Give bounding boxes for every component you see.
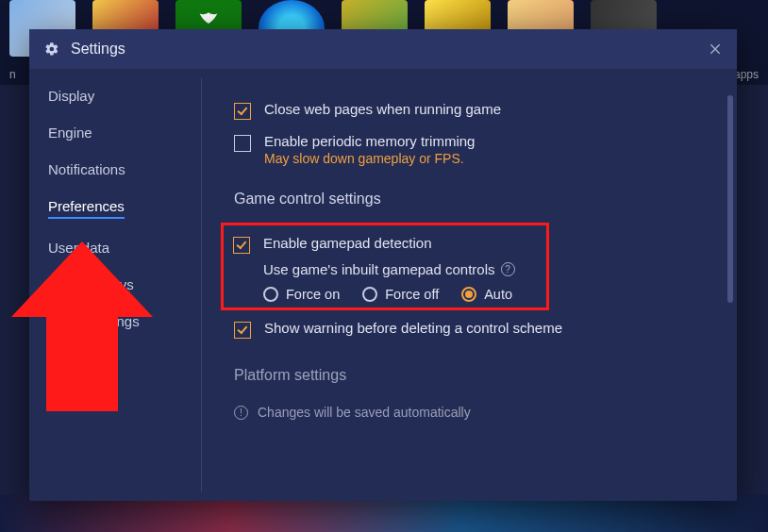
option-label: Show warning before deleting a control s…: [264, 320, 562, 336]
gamepad-radio-group: Force on Force off Auto: [263, 287, 537, 302]
section-platform: Platform settings: [234, 367, 709, 384]
info-icon: !: [234, 406, 248, 420]
option-label: Enable periodic memory trimming: [264, 133, 475, 149]
footer-note: ! Changes will be saved automatically: [234, 405, 709, 420]
option-close-web[interactable]: Close web pages when running game: [234, 101, 709, 120]
gear-icon: [44, 42, 59, 57]
sidebar-item-preferences[interactable]: Preferences: [48, 198, 125, 219]
help-icon[interactable]: ?: [501, 262, 515, 276]
content-panel: Close web pages when running game Enable…: [202, 69, 737, 501]
bg-label: n: [9, 68, 16, 81]
radio-auto[interactable]: Auto: [461, 287, 512, 302]
sidebar-item-user-data[interactable]: User data: [48, 240, 109, 256]
sidebar-item-shortcut-keys[interactable]: Shortcut keys: [48, 276, 134, 292]
settings-modal: Settings Display Engine Notifications Pr…: [29, 29, 737, 501]
sidebar-item-game-settings[interactable]: Game settings: [48, 313, 140, 329]
highlight-box: Enable gamepad detection Use game's inbu…: [221, 223, 549, 310]
checkbox-icon[interactable]: [234, 103, 251, 120]
radio-force-on[interactable]: Force on: [263, 287, 340, 302]
checkbox-icon[interactable]: [234, 322, 251, 339]
close-button[interactable]: [705, 39, 726, 59]
sidebar-item-engine[interactable]: Engine: [48, 125, 92, 141]
scrollbar[interactable]: [727, 95, 733, 303]
sidebar-item-notifications[interactable]: Notifications: [48, 161, 125, 177]
radio-force-off[interactable]: Force off: [362, 287, 439, 302]
modal-title: Settings: [71, 41, 125, 58]
option-gamepad-detection[interactable]: Enable gamepad detection: [233, 235, 537, 254]
bg-label: apps: [734, 68, 759, 81]
checkbox-icon[interactable]: [234, 135, 251, 152]
option-delete-warning[interactable]: Show warning before deleting a control s…: [234, 320, 709, 339]
checkbox-icon[interactable]: [233, 237, 250, 254]
option-warning: May slow down gameplay or FPS.: [264, 151, 475, 166]
sidebar-item-display[interactable]: Display: [48, 88, 94, 104]
option-label: Close web pages when running game: [264, 101, 501, 117]
sidebar: Display Engine Notifications Preferences…: [29, 69, 201, 501]
sidebar-item-about[interactable]: About: [48, 350, 85, 366]
section-game-control: Game control settings: [234, 191, 709, 208]
titlebar: Settings: [29, 29, 737, 69]
option-label: Enable gamepad detection: [263, 235, 431, 251]
option-memory-trimming[interactable]: Enable periodic memory trimming May slow…: [234, 133, 709, 166]
gamepad-sublabel: Use game's inbuilt gamepad controls ?: [263, 261, 537, 277]
